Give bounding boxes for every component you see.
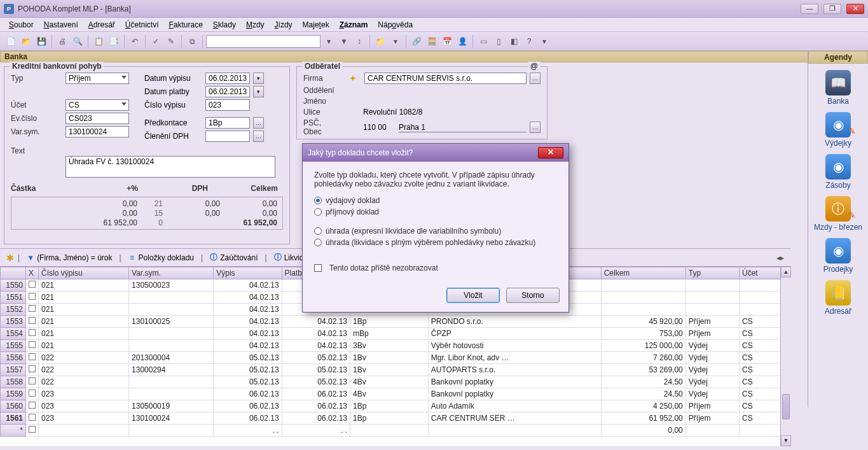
radio-prijmovy[interactable]: příjmový doklad: [314, 207, 557, 216]
dialog-titlebar[interactable]: Jaký typ dokladu chcete vložit? ✕: [303, 144, 568, 162]
dialog-ok-button[interactable]: Vložit: [446, 288, 500, 303]
dialog-title: Jaký typ dokladu chcete vložit?: [308, 148, 413, 157]
checkbox-dontask[interactable]: Tento dotaz příště nezobrazovat: [314, 264, 557, 272]
radio-icon: [314, 227, 322, 235]
radio-uhrada-expres[interactable]: úhrada (expresní likvidace dle variabiln…: [314, 227, 557, 236]
radio-icon: [314, 208, 322, 216]
dialog-vlozit-doklad: Jaký typ dokladu chcete vložit? ✕ Zvolte…: [302, 143, 569, 313]
radio-uhrada-plna[interactable]: úhrada (likvidace s plným výběrem pohled…: [314, 238, 557, 247]
dialog-intro: Zvolte typ dokladu, který chcete vytvoři…: [314, 171, 557, 188]
dialog-cancel-button[interactable]: Storno: [506, 288, 560, 303]
modal-overlay: Jaký typ dokladu chcete vložit? ✕ Zvolte…: [0, 0, 868, 450]
radio-vydajovy[interactable]: výdajový doklad: [314, 196, 557, 205]
radio-icon: [314, 197, 322, 204]
dialog-close-icon[interactable]: ✕: [538, 147, 563, 158]
checkbox-icon: [314, 264, 322, 272]
radio-icon: [314, 239, 322, 246]
